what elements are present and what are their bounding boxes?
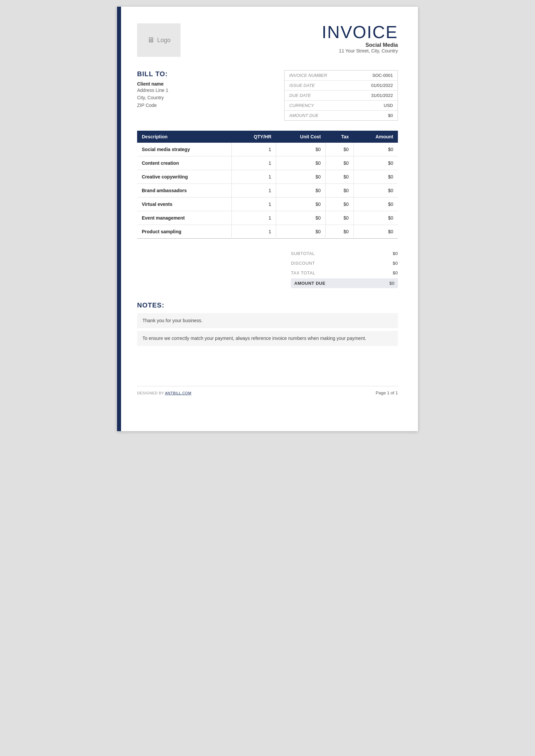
tax-row: TAX TOTAL $0 (291, 268, 398, 278)
table-row: Brand ambassadors 1 $0 $0 $0 (137, 184, 398, 198)
detail-row: INVOICE NUMBERSOC-0001 (285, 71, 398, 81)
totals-block: SUBTOTAL $0 DISCOUNT $0 TAX TOTAL $0 AMO… (137, 249, 398, 288)
antbill-link[interactable]: ANTBILL.COM (165, 391, 191, 395)
company-address: 11 Your Street, City, Country (322, 48, 398, 53)
tax-label: TAX TOTAL (291, 270, 315, 275)
detail-value: USD (353, 101, 398, 111)
item-amount: $0 (353, 211, 398, 225)
discount-value: $0 (393, 261, 398, 266)
amount-due-label: AMOUNT DUE (294, 281, 325, 286)
page-number: Page 1 of 1 (376, 390, 398, 395)
table-row: Event management 1 $0 $0 $0 (137, 211, 398, 225)
address-line3: ZIP Code (137, 102, 284, 109)
item-unit-cost: $0 (276, 211, 326, 225)
table-row: Product sampling 1 $0 $0 $0 (137, 225, 398, 239)
col-tax: Tax (326, 131, 354, 143)
subtotal-label: SUBTOTAL (291, 251, 315, 256)
item-description: Brand ambassadors (137, 184, 232, 198)
item-tax: $0 (326, 143, 354, 156)
tax-value: $0 (393, 270, 398, 275)
invoice-title: INVOICE (322, 23, 398, 41)
subtotal-value: $0 (393, 251, 398, 256)
item-qty: 1 (232, 170, 276, 184)
designed-by-text: DESIGNED BY (137, 391, 164, 395)
item-amount: $0 (353, 156, 398, 170)
item-qty: 1 (232, 225, 276, 239)
table-row: Content creation 1 $0 $0 $0 (137, 156, 398, 170)
detail-value: 01/01/2022 (353, 81, 398, 91)
header-row: Description QTY/HR Unit Cost Tax Amount (137, 131, 398, 143)
item-description: Creative copywriting (137, 170, 232, 184)
client-name: Client name (137, 81, 284, 87)
item-tax: $0 (326, 211, 354, 225)
invoice-header: 🖥 Logo INVOICE Social Media 11 Your Stre… (137, 23, 398, 57)
discount-row: DISCOUNT $0 (291, 258, 398, 268)
item-description: Social media strategy (137, 143, 232, 156)
notes-items: Thank you for your business.To ensure we… (137, 313, 398, 346)
item-description: Content creation (137, 156, 232, 170)
notes-section: NOTES: Thank you for your business.To en… (137, 301, 398, 346)
table-row: Social media strategy 1 $0 $0 $0 (137, 143, 398, 156)
item-qty: 1 (232, 156, 276, 170)
item-description: Product sampling (137, 225, 232, 239)
notes-label: NOTES: (137, 301, 398, 309)
items-table: Description QTY/HR Unit Cost Tax Amount … (137, 131, 398, 239)
logo-text: Logo (157, 37, 171, 44)
item-amount: $0 (353, 170, 398, 184)
note-item: Thank you for your business. (137, 313, 398, 328)
item-unit-cost: $0 (276, 198, 326, 211)
client-address: Address Line 1 City, Country ZIP Code (137, 87, 284, 109)
detail-label: CURRENCY (285, 101, 353, 111)
item-unit-cost: $0 (276, 156, 326, 170)
detail-value: SOC-0001 (353, 71, 398, 81)
item-tax: $0 (326, 198, 354, 211)
table-row: Virtual events 1 $0 $0 $0 (137, 198, 398, 211)
billing-section: BILL TO: Client name Address Line 1 City… (137, 70, 398, 121)
item-qty: 1 (232, 198, 276, 211)
detail-label: ISSUE DATE (285, 81, 353, 91)
detail-row: AMOUNT DUE$0 (285, 111, 398, 121)
item-unit-cost: $0 (276, 225, 326, 239)
item-tax: $0 (326, 156, 354, 170)
amount-due-value: $0 (390, 281, 395, 286)
items-table-body: Social media strategy 1 $0 $0 $0 Content… (137, 143, 398, 239)
detail-label: DUE DATE (285, 91, 353, 101)
item-qty: 1 (232, 211, 276, 225)
item-amount: $0 (353, 225, 398, 239)
detail-label: AMOUNT DUE (285, 111, 353, 121)
item-description: Virtual events (137, 198, 232, 211)
item-tax: $0 (326, 170, 354, 184)
bill-to-label: BILL TO: (137, 70, 284, 78)
col-unit-cost: Unit Cost (276, 131, 326, 143)
detail-row: DUE DATE31/01/2022 (285, 91, 398, 101)
detail-value: 31/01/2022 (353, 91, 398, 101)
note-item: To ensure we correctly match your paymen… (137, 331, 398, 346)
footer: DESIGNED BY ANTBILL.COM Page 1 of 1 (137, 386, 398, 395)
col-description: Description (137, 131, 232, 143)
item-amount: $0 (353, 184, 398, 198)
items-table-header: Description QTY/HR Unit Cost Tax Amount (137, 131, 398, 143)
detail-label: INVOICE NUMBER (285, 71, 353, 81)
address-line2: City, Country (137, 94, 284, 101)
bill-to-block: BILL TO: Client name Address Line 1 City… (137, 70, 284, 109)
amount-due-row: AMOUNT DUE $0 (291, 278, 398, 288)
company-name: Social Media (322, 42, 398, 48)
totals-table: SUBTOTAL $0 DISCOUNT $0 TAX TOTAL $0 AMO… (291, 249, 398, 288)
discount-label: DISCOUNT (291, 261, 315, 266)
item-unit-cost: $0 (276, 184, 326, 198)
detail-row: ISSUE DATE01/01/2022 (285, 81, 398, 91)
detail-value: $0 (353, 111, 398, 121)
invoice-page: 🖥 Logo INVOICE Social Media 11 Your Stre… (117, 7, 418, 431)
item-unit-cost: $0 (276, 170, 326, 184)
subtotal-row: SUBTOTAL $0 (291, 249, 398, 258)
invoice-details-table: INVOICE NUMBERSOC-0001ISSUE DATE01/01/20… (285, 71, 398, 120)
item-qty: 1 (232, 143, 276, 156)
logo-icon: 🖥 (147, 36, 154, 44)
item-unit-cost: $0 (276, 143, 326, 156)
table-row: Creative copywriting 1 $0 $0 $0 (137, 170, 398, 184)
col-amount: Amount (353, 131, 398, 143)
designed-by: DESIGNED BY ANTBILL.COM (137, 391, 191, 395)
item-tax: $0 (326, 225, 354, 239)
logo-box: 🖥 Logo (137, 23, 181, 57)
detail-row: CURRENCYUSD (285, 101, 398, 111)
